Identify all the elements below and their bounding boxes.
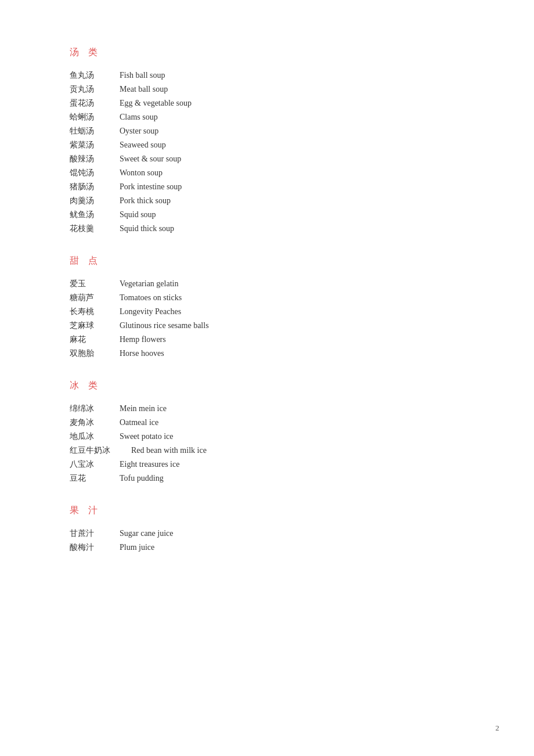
chinese-name: 鱿鱼汤 [70, 210, 110, 220]
menu-items-desserts: 爱玉Vegetarian gelatin糖葫芦Tomatoes on stick… [70, 279, 476, 359]
chinese-name: 豆花 [70, 473, 110, 484]
section-soup: 汤 类鱼丸汤Fish ball soup贡丸汤Meat ball soup蛋花汤… [70, 46, 476, 234]
chinese-name: 甘蔗汁 [70, 528, 110, 539]
menu-item: 豆花Tofu pudding [70, 473, 476, 484]
chinese-name: 贡丸汤 [70, 84, 110, 95]
menu-item: 蛤蜊汤Clams soup [70, 112, 476, 123]
chinese-name: 馄饨汤 [70, 168, 110, 178]
section-title-ice: 冰 类 [70, 380, 476, 392]
chinese-name: 爱玉 [70, 279, 110, 289]
page-container: 汤 类鱼丸汤Fish ball soup贡丸汤Meat ball soup蛋花汤… [0, 0, 534, 620]
english-name: Longevity Peaches [120, 307, 181, 316]
menu-item: 贡丸汤Meat ball soup [70, 84, 476, 95]
english-name: Red bean with milk ice [131, 446, 207, 455]
menu-item: 八宝冰Eight treasures ice [70, 459, 476, 470]
english-name: Oyster soup [120, 127, 158, 136]
menu-item: 甘蔗汁Sugar cane juice [70, 528, 476, 539]
menu-item: 双胞胎Horse hooves [70, 348, 476, 359]
menu-item: 芝麻球Glutinous rice sesame balls [70, 321, 476, 331]
menu-item: 花枝羹Squid thick soup [70, 224, 476, 234]
chinese-name: 紫菜汤 [70, 140, 110, 150]
menu-item: 糖葫芦Tomatoes on sticks [70, 293, 476, 303]
english-name: Seaweed soup [120, 141, 166, 150]
english-name: Meat ball soup [120, 85, 168, 94]
menu-item: 绵绵冰Mein mein ice [70, 404, 476, 414]
chinese-name: 鱼丸汤 [70, 70, 110, 81]
menu-item: 地瓜冰Sweet potato ice [70, 431, 476, 442]
menu-item: 蛋花汤Egg & vegetable soup [70, 98, 476, 109]
chinese-name: 麻花 [70, 334, 110, 345]
english-name: Fish ball soup [120, 71, 165, 80]
english-name: Sweet potato ice [120, 432, 174, 441]
menu-item: 猪肠汤Pork intestine soup [70, 182, 476, 192]
english-name: Sugar cane juice [120, 529, 174, 538]
chinese-name: 绵绵冰 [70, 404, 110, 414]
english-name: Glutinous rice sesame balls [120, 321, 209, 330]
chinese-name: 花枝羹 [70, 224, 110, 234]
menu-item: 酸梅汁Plum juice [70, 542, 476, 553]
english-name: Clams soup [120, 113, 158, 122]
menu-item: 馄饨汤Wonton soup [70, 168, 476, 178]
section-title-juice: 果 汁 [70, 505, 476, 517]
chinese-name: 芝麻球 [70, 321, 110, 331]
english-name: Pork thick soup [120, 196, 171, 206]
english-name: Horse hooves [120, 349, 164, 358]
chinese-name: 双胞胎 [70, 348, 110, 359]
english-name: Sweet & sour soup [120, 154, 181, 164]
english-name: Wonton soup [120, 168, 163, 178]
menu-item: 肉羹汤Pork thick soup [70, 196, 476, 206]
chinese-name: 酸梅汁 [70, 542, 110, 553]
chinese-name: 蛋花汤 [70, 98, 110, 109]
menu-item: 红豆牛奶冰Red bean with milk ice [70, 445, 476, 456]
english-name: Egg & vegetable soup [120, 99, 192, 108]
chinese-name: 酸辣汤 [70, 154, 110, 164]
section-title-soup: 汤 类 [70, 46, 476, 59]
chinese-name: 猪肠汤 [70, 182, 110, 192]
page-number: 2 [496, 723, 500, 733]
english-name: Squid thick soup [120, 224, 174, 233]
section-desserts: 甜 点爱玉Vegetarian gelatin糖葫芦Tomatoes on st… [70, 255, 476, 359]
menu-item: 牡蛎汤Oyster soup [70, 126, 476, 136]
menu-item: 酸辣汤Sweet & sour soup [70, 154, 476, 164]
english-name: Vegetarian gelatin [120, 279, 178, 289]
menu-item: 鱿鱼汤Squid soup [70, 210, 476, 220]
section-juice: 果 汁甘蔗汁Sugar cane juice酸梅汁Plum juice [70, 505, 476, 553]
section-ice: 冰 类绵绵冰Mein mein ice麦角冰Oatmeal ice地瓜冰Swee… [70, 380, 476, 484]
english-name: Oatmeal ice [120, 418, 158, 427]
chinese-name: 麦角冰 [70, 417, 110, 428]
english-name: Eight treasures ice [120, 460, 179, 469]
menu-item: 鱼丸汤Fish ball soup [70, 70, 476, 81]
menu-item: 紫菜汤Seaweed soup [70, 140, 476, 150]
chinese-name: 糖葫芦 [70, 293, 110, 303]
menu-items-juice: 甘蔗汁Sugar cane juice酸梅汁Plum juice [70, 528, 476, 553]
chinese-name: 长寿桃 [70, 307, 110, 317]
english-name: Mein mein ice [120, 404, 167, 413]
chinese-name: 八宝冰 [70, 459, 110, 470]
menu-items-ice: 绵绵冰Mein mein ice麦角冰Oatmeal ice地瓜冰Sweet p… [70, 404, 476, 484]
english-name: Hemp flowers [120, 335, 166, 344]
menu-item: 麦角冰Oatmeal ice [70, 417, 476, 428]
english-name: Squid soup [120, 210, 156, 219]
chinese-name: 牡蛎汤 [70, 126, 110, 136]
menu-items-soup: 鱼丸汤Fish ball soup贡丸汤Meat ball soup蛋花汤Egg… [70, 70, 476, 234]
menu-item: 麻花Hemp flowers [70, 334, 476, 345]
chinese-name: 红豆牛奶冰 [70, 445, 122, 456]
english-name: Plum juice [120, 543, 154, 552]
menu-item: 长寿桃Longevity Peaches [70, 307, 476, 317]
chinese-name: 蛤蜊汤 [70, 112, 110, 123]
english-name: Pork intestine soup [120, 182, 182, 192]
chinese-name: 地瓜冰 [70, 431, 110, 442]
chinese-name: 肉羹汤 [70, 196, 110, 206]
english-name: Tofu pudding [120, 474, 164, 483]
section-title-desserts: 甜 点 [70, 255, 476, 267]
menu-item: 爱玉Vegetarian gelatin [70, 279, 476, 289]
english-name: Tomatoes on sticks [120, 293, 182, 303]
